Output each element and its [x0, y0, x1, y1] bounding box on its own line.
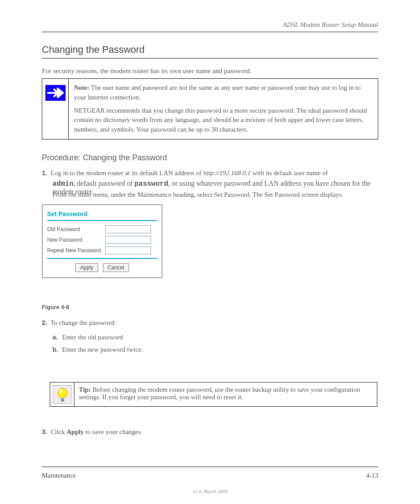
label-new-password: New Password [47, 237, 105, 243]
step-1: 1. Log in to the modem router at its def… [42, 169, 328, 177]
step-1-text2: with its default user name of [252, 169, 328, 177]
dialog-divider-top [47, 220, 157, 221]
note-content: Note: The user name and password are not… [69, 79, 378, 140]
default-username: admin [52, 180, 74, 188]
substep-b-marker: b. [52, 344, 62, 355]
tip-label: Tip: [79, 386, 91, 393]
rule-bottom [42, 467, 378, 467]
step-2: 2. To change the password: [42, 319, 378, 327]
substep-a-marker: a. [52, 332, 62, 342]
svg-point-1 [58, 388, 67, 398]
note-body-2: NETGEAR recommends that you change this … [74, 106, 372, 135]
input-repeat-password[interactable] [105, 246, 151, 254]
tip-callout: Tip: Before changing the modem router pa… [50, 382, 377, 407]
set-password-dialog: Set Password Old Password New Password R… [42, 204, 162, 278]
apply-button[interactable]: Apply [75, 263, 98, 272]
substep-a: a. Enter the old password [52, 332, 143, 342]
step-3-apply: Apply [66, 428, 84, 435]
row-repeat-password: Repeat New Password [47, 246, 157, 254]
substep-a-text: Enter the old password [62, 332, 123, 342]
step-2-number: 2. [42, 319, 48, 326]
dialog-divider-bottom [47, 258, 157, 259]
arrow-right-icon [45, 85, 66, 101]
dialog-title: Set Password [47, 210, 157, 217]
step-3-text-pre: Click [51, 428, 66, 435]
label-repeat-password: Repeat New Password [47, 247, 105, 254]
step-1-url: http://192.168.0.1 [203, 169, 251, 177]
footer-version: v1.0, March 2009 [42, 489, 378, 494]
step-1-number: 1. [42, 169, 48, 177]
note-callout: Note: The user name and password are not… [42, 78, 378, 140]
tip-body: Before changing the modem router passwor… [79, 386, 360, 401]
row-old-password: Old Password [47, 225, 157, 233]
default-password: password [134, 180, 168, 188]
label-old-password: Old Password [47, 226, 105, 232]
figure-caption: Figure 4-8 [42, 304, 69, 310]
footer-section-name: Maintenance [42, 472, 76, 479]
rule-top [42, 32, 378, 32]
step-1-text3: , default password of [74, 180, 133, 187]
svg-rect-4 [61, 399, 64, 400]
cancel-button[interactable]: Cancel [103, 263, 129, 272]
procedure-heading: Procedure: Changing the Password [42, 153, 167, 162]
step-2-text: To change the password: [51, 319, 116, 326]
note-body-1: The user name and password are not the s… [74, 84, 361, 101]
page: ADSL Modem Router Setup Manual Changing … [42, 0, 378, 504]
svg-rect-5 [61, 400, 64, 401]
input-old-password[interactable] [105, 225, 151, 233]
substep-b: b. Enter the new password twice. [52, 344, 143, 355]
rule-section [42, 58, 378, 59]
step-2-substeps: a. Enter the old password b. Enter the n… [52, 332, 143, 357]
input-new-password[interactable] [105, 236, 151, 244]
svg-rect-3 [61, 397, 64, 399]
tip-content: Tip: Before changing the modem router pa… [74, 383, 377, 407]
intro-paragraph: For security reasons, the modem router h… [42, 66, 378, 76]
lightbulb-icon [53, 385, 71, 404]
svg-point-2 [59, 389, 63, 394]
step-3: 3. Click Apply to save your changes. [42, 428, 142, 436]
note-label: Note: [74, 84, 89, 91]
note-icon-cell [42, 79, 69, 140]
step-1-text: Log in to the modem router at its defaul… [51, 169, 202, 177]
footer-page-number: 4-13 [366, 472, 379, 479]
tip-icon-cell [50, 383, 74, 407]
substep-b-text: Enter the new password twice. [62, 344, 143, 355]
step-3-number: 3. [42, 428, 48, 435]
step-1-from-menu: From the main menu, under the Maintenanc… [52, 191, 343, 199]
step-3-text-post: to save your changes. [84, 428, 142, 435]
row-new-password: New Password [47, 236, 157, 244]
section-heading: Changing the Password [42, 44, 145, 55]
running-header: ADSL Modem Router Setup Manual [283, 21, 378, 29]
